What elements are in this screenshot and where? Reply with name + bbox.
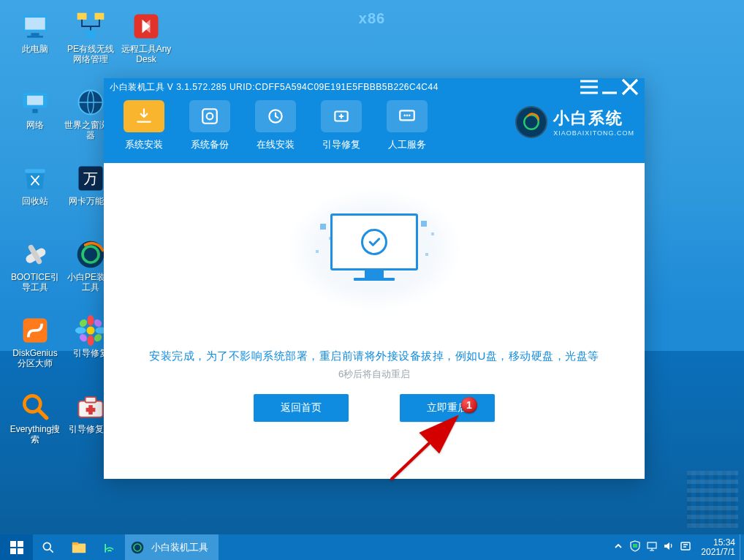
svg-rect-33: [86, 408, 96, 412]
brand-logo-icon: [515, 106, 547, 138]
clock-date: 2021/7/1: [701, 548, 735, 557]
system-tray: 15:34 2021/7/1: [612, 534, 740, 560]
minimize-button[interactable]: [599, 80, 620, 94]
tab-label: 引导修复: [322, 138, 360, 151]
taskbar-app-xiaobai[interactable]: 小白装机工具: [125, 534, 219, 560]
clock-time: 15:34: [701, 538, 735, 548]
svg-point-26: [78, 318, 88, 328]
tab-label: 在线安装: [257, 138, 295, 151]
svg-point-22: [87, 315, 94, 326]
svg-rect-7: [25, 169, 45, 173]
tray-network-icon[interactable]: [646, 540, 658, 555]
tab-backup[interactable]: 系统备份: [177, 100, 243, 151]
watermark-block: [687, 471, 738, 528]
svg-point-48: [43, 542, 50, 550]
desktop-icon-label: 此电脑: [9, 44, 61, 54]
svg-rect-55: [648, 542, 656, 548]
diskgenius-icon: [19, 314, 51, 347]
svg-rect-46: [10, 548, 16, 554]
svg-rect-44: [10, 541, 16, 547]
brand-domain: XIAOBAIXITONG.COM: [553, 129, 634, 137]
tray-security-icon[interactable]: [629, 540, 641, 555]
chat-icon: [387, 100, 428, 132]
show-desktop-button[interactable]: [740, 534, 744, 560]
desktop-icon-network[interactable]: 网络: [7, 82, 63, 158]
close-button[interactable]: [620, 80, 640, 94]
svg-rect-5: [27, 96, 43, 105]
taskbar-wifi[interactable]: [94, 534, 125, 560]
desktop-icon-pe-net[interactable]: PE有线无线网络管理: [63, 6, 118, 82]
svg-rect-51: [105, 544, 106, 553]
titlebar: 小白装机工具 V 3.1.572.285 URID:CDFF5A594C09E1…: [104, 78, 645, 96]
desktop-icon-recycle[interactable]: 回收站: [7, 158, 63, 234]
desktop-background: x86 此电脑网络回收站BOOTICE引导工具DiskGenius分区大师Eve…: [0, 0, 744, 560]
svg-rect-49: [72, 543, 86, 553]
taskbar-file-explorer[interactable]: [64, 534, 94, 560]
svg-point-43: [524, 115, 539, 129]
svg-point-27: [93, 333, 103, 343]
svg-point-24: [75, 327, 86, 333]
success-illustration: [286, 188, 462, 312]
window-title: 小白装机工具 V 3.1.572.285 URID:CDFF5A594C09E1…: [110, 81, 579, 94]
back-home-button[interactable]: 返回首页: [254, 394, 349, 422]
tab-boot[interactable]: 引导修复: [308, 100, 374, 151]
brand-name: 小白系统: [553, 107, 634, 129]
firstaid-icon: [75, 390, 107, 423]
tab-label: 系统备份: [191, 138, 229, 151]
taskbar-clock[interactable]: 15:34 2021/7/1: [701, 538, 735, 557]
svg-rect-2: [31, 33, 39, 36]
svg-point-42: [409, 115, 411, 117]
recycle-icon: [19, 162, 51, 194]
svg-text:万: 万: [83, 170, 98, 186]
desktop-icon-label: DiskGenius分区大师: [9, 348, 61, 368]
watermark-text: x86: [359, 10, 385, 27]
desktop-icon-label: PE有线无线网络管理: [64, 44, 117, 64]
desktop-icon-bootice[interactable]: BOOTICE引导工具: [7, 234, 63, 310]
tab-chat[interactable]: 人工服务: [374, 100, 440, 151]
desktop-icon-label: Everything搜索: [9, 424, 61, 444]
tray-chevron-icon[interactable]: [612, 540, 624, 555]
bootice-icon: [19, 238, 51, 270]
svg-rect-35: [202, 109, 217, 124]
xiaobai-icon: [75, 238, 107, 270]
start-button[interactable]: [0, 534, 33, 560]
tray-volume-icon[interactable]: [663, 540, 675, 555]
tab-label: 人工服务: [388, 138, 426, 151]
svg-point-29: [78, 333, 88, 343]
desktop-icon-label: 回收站: [9, 196, 61, 206]
svg-rect-54: [633, 544, 637, 548]
tab-label: 系统安装: [125, 138, 163, 151]
desktop-icon-pc[interactable]: 此电脑: [7, 6, 63, 82]
svg-point-36: [207, 113, 213, 120]
svg-point-21: [87, 327, 95, 335]
online-icon: [255, 100, 296, 132]
svg-rect-45: [18, 541, 23, 547]
desktop-icon-diskgenius[interactable]: DiskGenius分区大师: [7, 310, 63, 386]
anydesk-icon: [130, 10, 162, 42]
svg-rect-3: [27, 36, 43, 38]
tab-online[interactable]: 在线安装: [243, 100, 308, 151]
desktop-icon-label: 远程工具AnyDesk: [120, 44, 172, 64]
tab-install[interactable]: 系统安装: [111, 100, 177, 151]
svg-rect-12: [77, 13, 87, 20]
network-icon: [19, 86, 51, 118]
annotation-arrow: [384, 415, 479, 483]
checkmark-icon: [361, 229, 387, 255]
brand: 小白系统 XIAOBAIXITONG.COM: [515, 106, 634, 138]
pe-net-icon: [75, 10, 107, 42]
svg-rect-56: [681, 542, 690, 550]
svg-point-23: [87, 335, 94, 346]
desktop-icon-label: 网络: [9, 120, 61, 130]
svg-rect-14: [86, 31, 96, 39]
svg-rect-1: [25, 18, 45, 30]
taskbar-search[interactable]: [33, 534, 64, 560]
backup-icon: [189, 100, 230, 132]
pc-icon: [19, 10, 51, 42]
desktop-icon-everything[interactable]: Everything搜索: [7, 386, 63, 462]
everything-icon: [19, 390, 51, 423]
menu-button[interactable]: [579, 80, 599, 94]
desktop-icon-anydesk[interactable]: 远程工具AnyDesk: [118, 6, 174, 82]
tray-ime-icon[interactable]: [680, 540, 691, 555]
taskbar-app-label: 小白装机工具: [151, 541, 208, 554]
desktop-icon-label: BOOTICE引导工具: [9, 272, 61, 292]
